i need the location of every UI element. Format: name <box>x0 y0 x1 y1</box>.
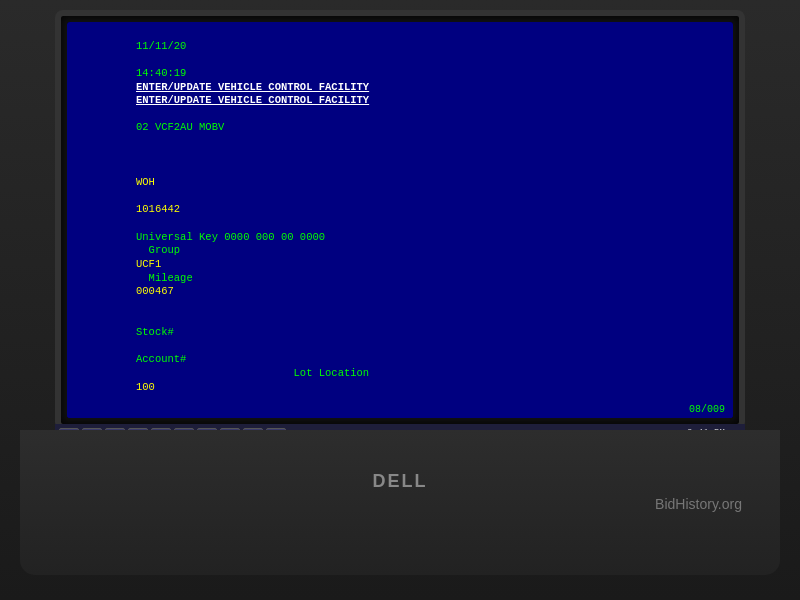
dell-logo: DELL <box>373 471 428 492</box>
system-info: 02 VCF2AU MOBV <box>136 121 224 133</box>
terminal-content: 11/11/20 14:40:19 ENTER/UPDATE VEHICLE C… <box>67 22 733 418</box>
universal-key: Universal Key 0000 000 00 0000 <box>136 231 325 243</box>
stock-label: Stock# <box>136 326 174 338</box>
header-line1: 11/11/20 14:40:19 ENTER/UPDATE VEHICLE C… <box>73 26 727 149</box>
woh-value: 1016442 <box>136 203 180 215</box>
watermark: BidHistory.org <box>655 496 742 512</box>
title-text: ENTER/UPDATE VEHICLE CONTROL FACILITY <box>136 94 369 106</box>
group-value: UCF1 <box>136 258 161 270</box>
lot-location-value: 100 <box>136 381 155 393</box>
terminal-screen: 11/11/20 14:40:19 ENTER/UPDATE VEHICLE C… <box>67 22 733 418</box>
header-line2: WOH 1016442 Universal Key 0000 000 00 00… <box>73 149 727 313</box>
header-time: 14:40:19 <box>136 67 186 79</box>
status-bar: 08/009 <box>67 402 733 418</box>
screen-bezel: 11/11/20 14:40:19 ENTER/UPDATE VEHICLE C… <box>55 10 745 430</box>
woh-label: WOH <box>136 176 155 188</box>
title: ENTER/UPDATE VEHICLE CONTROL FACILITY <box>136 81 369 93</box>
laptop-frame: 11/11/20 14:40:19 ENTER/UPDATE VEHICLE C… <box>0 0 800 600</box>
mileage-value: 000467 <box>136 285 174 297</box>
account-label: Account# <box>136 353 186 365</box>
status-page: 08/009 <box>689 403 725 417</box>
header-date: 11/11/20 <box>136 40 186 52</box>
